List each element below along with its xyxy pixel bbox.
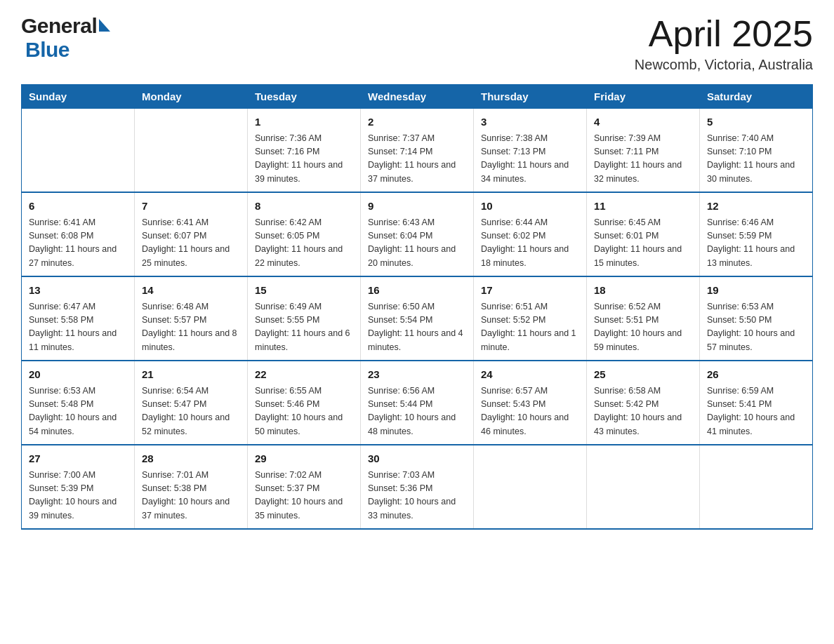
header-cell-tuesday: Tuesday xyxy=(248,85,361,109)
day-info: Sunrise: 7:01 AM Sunset: 5:38 PM Dayligh… xyxy=(142,469,240,523)
day-number: 2 xyxy=(368,114,466,130)
day-info: Sunrise: 6:53 AM Sunset: 5:50 PM Dayligh… xyxy=(707,300,805,355)
day-number: 11 xyxy=(594,199,692,215)
day-number: 7 xyxy=(142,199,240,215)
day-number: 27 xyxy=(29,451,127,467)
header-cell-friday: Friday xyxy=(587,85,700,109)
calendar-cell: 23Sunrise: 6:56 AM Sunset: 5:44 PM Dayli… xyxy=(361,361,474,445)
day-number: 1 xyxy=(255,114,353,130)
day-number: 21 xyxy=(142,367,240,383)
day-info: Sunrise: 7:36 AM Sunset: 7:16 PM Dayligh… xyxy=(255,132,353,187)
day-info: Sunrise: 6:54 AM Sunset: 5:47 PM Dayligh… xyxy=(142,384,240,439)
calendar-cell xyxy=(700,445,813,529)
calendar-cell: 2Sunrise: 7:37 AM Sunset: 7:14 PM Daylig… xyxy=(361,109,474,193)
calendar-cell: 20Sunrise: 6:53 AM Sunset: 5:48 PM Dayli… xyxy=(22,361,135,445)
calendar-title: April 2025 xyxy=(635,14,813,54)
day-info: Sunrise: 6:56 AM Sunset: 5:44 PM Dayligh… xyxy=(368,384,466,439)
calendar-week-2: 6Sunrise: 6:41 AM Sunset: 6:08 PM Daylig… xyxy=(22,192,813,276)
day-number: 10 xyxy=(481,199,579,215)
day-info: Sunrise: 7:00 AM Sunset: 5:39 PM Dayligh… xyxy=(29,469,127,523)
header-cell-monday: Monday xyxy=(135,85,248,109)
calendar-cell: 11Sunrise: 6:45 AM Sunset: 6:01 PM Dayli… xyxy=(587,192,700,276)
calendar-subtitle: Newcomb, Victoria, Australia xyxy=(635,57,813,73)
day-info: Sunrise: 6:53 AM Sunset: 5:48 PM Dayligh… xyxy=(29,384,127,439)
calendar-cell: 15Sunrise: 6:49 AM Sunset: 5:55 PM Dayli… xyxy=(248,276,361,361)
title-block: April 2025 Newcomb, Victoria, Australia xyxy=(635,14,813,73)
day-number: 15 xyxy=(255,283,353,299)
day-info: Sunrise: 6:45 AM Sunset: 6:01 PM Dayligh… xyxy=(594,216,692,271)
calendar-cell: 13Sunrise: 6:47 AM Sunset: 5:58 PM Dayli… xyxy=(22,276,135,361)
day-number: 20 xyxy=(29,367,127,383)
calendar-cell: 7Sunrise: 6:41 AM Sunset: 6:07 PM Daylig… xyxy=(135,192,248,276)
calendar-cell xyxy=(474,445,587,529)
day-number: 12 xyxy=(707,199,805,215)
day-number: 25 xyxy=(594,367,692,383)
day-number: 30 xyxy=(368,451,466,467)
header-cell-thursday: Thursday xyxy=(474,85,587,109)
calendar-week-4: 20Sunrise: 6:53 AM Sunset: 5:48 PM Dayli… xyxy=(22,361,813,445)
calendar-cell: 19Sunrise: 6:53 AM Sunset: 5:50 PM Dayli… xyxy=(700,276,813,361)
logo-general-text: General xyxy=(21,14,97,38)
calendar-cell: 24Sunrise: 6:57 AM Sunset: 5:43 PM Dayli… xyxy=(474,361,587,445)
header-cell-saturday: Saturday xyxy=(700,85,813,109)
calendar-table: SundayMondayTuesdayWednesdayThursdayFrid… xyxy=(21,84,813,530)
day-info: Sunrise: 6:42 AM Sunset: 6:05 PM Dayligh… xyxy=(255,216,353,271)
day-info: Sunrise: 6:57 AM Sunset: 5:43 PM Dayligh… xyxy=(481,384,579,439)
logo-blue-row: Blue xyxy=(21,38,70,62)
calendar-cell: 29Sunrise: 7:02 AM Sunset: 5:37 PM Dayli… xyxy=(248,445,361,529)
day-info: Sunrise: 6:44 AM Sunset: 6:02 PM Dayligh… xyxy=(481,216,579,271)
calendar-week-5: 27Sunrise: 7:00 AM Sunset: 5:39 PM Dayli… xyxy=(22,445,813,529)
calendar-body: 1Sunrise: 7:36 AM Sunset: 7:16 PM Daylig… xyxy=(22,109,813,530)
day-number: 6 xyxy=(29,199,127,215)
calendar-cell: 30Sunrise: 7:03 AM Sunset: 5:36 PM Dayli… xyxy=(361,445,474,529)
day-info: Sunrise: 7:40 AM Sunset: 7:10 PM Dayligh… xyxy=(707,132,805,187)
header-cell-wednesday: Wednesday xyxy=(361,85,474,109)
day-number: 28 xyxy=(142,451,240,467)
calendar-cell: 14Sunrise: 6:48 AM Sunset: 5:57 PM Dayli… xyxy=(135,276,248,361)
day-info: Sunrise: 6:58 AM Sunset: 5:42 PM Dayligh… xyxy=(594,384,692,439)
calendar-cell: 6Sunrise: 6:41 AM Sunset: 6:08 PM Daylig… xyxy=(22,192,135,276)
calendar-cell: 1Sunrise: 7:36 AM Sunset: 7:16 PM Daylig… xyxy=(248,109,361,193)
logo-general-row: General xyxy=(21,14,110,38)
day-info: Sunrise: 7:39 AM Sunset: 7:11 PM Dayligh… xyxy=(594,132,692,187)
day-number: 8 xyxy=(255,199,353,215)
calendar-cell: 16Sunrise: 6:50 AM Sunset: 5:54 PM Dayli… xyxy=(361,276,474,361)
header-row: SundayMondayTuesdayWednesdayThursdayFrid… xyxy=(22,85,813,109)
calendar-cell: 5Sunrise: 7:40 AM Sunset: 7:10 PM Daylig… xyxy=(700,109,813,193)
calendar-header: SundayMondayTuesdayWednesdayThursdayFrid… xyxy=(22,85,813,109)
calendar-cell: 8Sunrise: 6:42 AM Sunset: 6:05 PM Daylig… xyxy=(248,192,361,276)
calendar-cell: 12Sunrise: 6:46 AM Sunset: 5:59 PM Dayli… xyxy=(700,192,813,276)
day-number: 13 xyxy=(29,283,127,299)
calendar-cell xyxy=(587,445,700,529)
day-number: 29 xyxy=(255,451,353,467)
day-number: 22 xyxy=(255,367,353,383)
day-info: Sunrise: 7:03 AM Sunset: 5:36 PM Dayligh… xyxy=(368,469,466,523)
calendar-cell: 4Sunrise: 7:39 AM Sunset: 7:11 PM Daylig… xyxy=(587,109,700,193)
day-number: 17 xyxy=(481,283,579,299)
day-info: Sunrise: 6:46 AM Sunset: 5:59 PM Dayligh… xyxy=(707,216,805,271)
day-number: 18 xyxy=(594,283,692,299)
day-info: Sunrise: 6:55 AM Sunset: 5:46 PM Dayligh… xyxy=(255,384,353,439)
day-info: Sunrise: 6:50 AM Sunset: 5:54 PM Dayligh… xyxy=(368,300,466,355)
day-info: Sunrise: 7:37 AM Sunset: 7:14 PM Dayligh… xyxy=(368,132,466,187)
logo-arrow-icon xyxy=(99,19,110,32)
day-number: 5 xyxy=(707,114,805,130)
day-number: 24 xyxy=(481,367,579,383)
day-info: Sunrise: 7:02 AM Sunset: 5:37 PM Dayligh… xyxy=(255,469,353,523)
calendar-cell xyxy=(135,109,248,193)
day-number: 4 xyxy=(594,114,692,130)
calendar-week-1: 1Sunrise: 7:36 AM Sunset: 7:16 PM Daylig… xyxy=(22,109,813,193)
day-number: 26 xyxy=(707,367,805,383)
calendar-cell: 3Sunrise: 7:38 AM Sunset: 7:13 PM Daylig… xyxy=(474,109,587,193)
day-number: 3 xyxy=(481,114,579,130)
day-info: Sunrise: 6:49 AM Sunset: 5:55 PM Dayligh… xyxy=(255,300,353,355)
day-info: Sunrise: 6:41 AM Sunset: 6:07 PM Dayligh… xyxy=(142,216,240,271)
calendar-cell xyxy=(22,109,135,193)
logo-blue-text: Blue xyxy=(25,38,70,62)
day-number: 19 xyxy=(707,283,805,299)
day-number: 14 xyxy=(142,283,240,299)
day-info: Sunrise: 6:43 AM Sunset: 6:04 PM Dayligh… xyxy=(368,216,466,271)
header-cell-sunday: Sunday xyxy=(22,85,135,109)
day-info: Sunrise: 6:41 AM Sunset: 6:08 PM Dayligh… xyxy=(29,216,127,271)
calendar-cell: 25Sunrise: 6:58 AM Sunset: 5:42 PM Dayli… xyxy=(587,361,700,445)
